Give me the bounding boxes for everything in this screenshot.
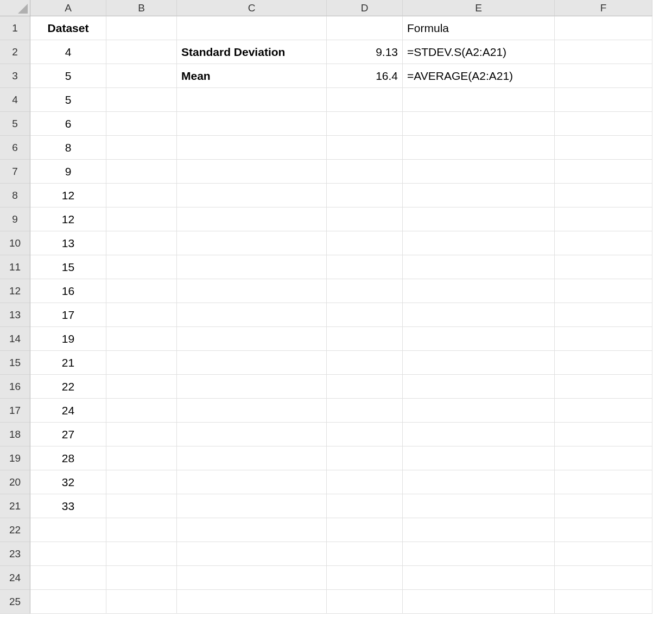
- cell-F3[interactable]: [555, 64, 652, 88]
- cell-E7[interactable]: [403, 160, 555, 184]
- cell-A14[interactable]: 19: [30, 327, 106, 351]
- cell-A8[interactable]: 12: [30, 184, 106, 207]
- cell-C23[interactable]: [177, 542, 327, 566]
- cell-D24[interactable]: [327, 566, 403, 590]
- cell-C14[interactable]: [177, 327, 327, 351]
- row-header-7[interactable]: 7: [0, 160, 30, 184]
- cell-B7[interactable]: [106, 160, 177, 184]
- cell-A13[interactable]: 17: [30, 303, 106, 327]
- cell-D14[interactable]: [327, 327, 403, 351]
- cell-F7[interactable]: [555, 160, 652, 184]
- cell-B15[interactable]: [106, 351, 177, 375]
- cell-E1[interactable]: Formula: [403, 16, 555, 40]
- cell-A12[interactable]: 16: [30, 279, 106, 303]
- row-header-2[interactable]: 2: [0, 40, 30, 64]
- cell-A5[interactable]: 6: [30, 112, 106, 136]
- cell-B4[interactable]: [106, 88, 177, 112]
- row-header-19[interactable]: 19: [0, 446, 30, 470]
- cell-D5[interactable]: [327, 112, 403, 136]
- cell-E4[interactable]: [403, 88, 555, 112]
- row-header-15[interactable]: 15: [0, 351, 30, 375]
- cell-E16[interactable]: [403, 375, 555, 399]
- cell-F11[interactable]: [555, 255, 652, 279]
- cell-E21[interactable]: [403, 494, 555, 518]
- cell-D12[interactable]: [327, 279, 403, 303]
- cell-A24[interactable]: [30, 566, 106, 590]
- cell-C13[interactable]: [177, 303, 327, 327]
- cell-B9[interactable]: [106, 207, 177, 231]
- cell-C19[interactable]: [177, 446, 327, 470]
- cell-C25[interactable]: [177, 590, 327, 614]
- cell-C12[interactable]: [177, 279, 327, 303]
- row-header-9[interactable]: 9: [0, 207, 30, 231]
- row-header-16[interactable]: 16: [0, 375, 30, 399]
- cell-F15[interactable]: [555, 351, 652, 375]
- cell-A18[interactable]: 27: [30, 423, 106, 446]
- cell-B24[interactable]: [106, 566, 177, 590]
- cell-D23[interactable]: [327, 542, 403, 566]
- cell-F19[interactable]: [555, 446, 652, 470]
- cell-E18[interactable]: [403, 423, 555, 446]
- cell-E3[interactable]: =AVERAGE(A2:A21): [403, 64, 555, 88]
- cell-F10[interactable]: [555, 231, 652, 255]
- row-header-14[interactable]: 14: [0, 327, 30, 351]
- cell-A9[interactable]: 12: [30, 207, 106, 231]
- row-header-25[interactable]: 25: [0, 590, 30, 614]
- cell-C2[interactable]: Standard Deviation: [177, 40, 327, 64]
- row-header-17[interactable]: 17: [0, 399, 30, 423]
- cell-B22[interactable]: [106, 518, 177, 542]
- cell-B25[interactable]: [106, 590, 177, 614]
- cell-E9[interactable]: [403, 207, 555, 231]
- cell-B14[interactable]: [106, 327, 177, 351]
- cell-C18[interactable]: [177, 423, 327, 446]
- row-header-1[interactable]: 1: [0, 16, 30, 40]
- cell-F2[interactable]: [555, 40, 652, 64]
- cell-F12[interactable]: [555, 279, 652, 303]
- cell-F17[interactable]: [555, 399, 652, 423]
- col-header-E[interactable]: E: [403, 0, 555, 16]
- row-header-8[interactable]: 8: [0, 184, 30, 207]
- cell-A16[interactable]: 22: [30, 375, 106, 399]
- row-header-13[interactable]: 13: [0, 303, 30, 327]
- cell-D19[interactable]: [327, 446, 403, 470]
- cell-B16[interactable]: [106, 375, 177, 399]
- col-header-F[interactable]: F: [555, 0, 652, 16]
- cell-B18[interactable]: [106, 423, 177, 446]
- cell-A3[interactable]: 5: [30, 64, 106, 88]
- cell-C11[interactable]: [177, 255, 327, 279]
- cell-A19[interactable]: 28: [30, 446, 106, 470]
- cell-B12[interactable]: [106, 279, 177, 303]
- cell-E6[interactable]: [403, 136, 555, 160]
- row-header-20[interactable]: 20: [0, 470, 30, 494]
- cell-E17[interactable]: [403, 399, 555, 423]
- cell-C4[interactable]: [177, 88, 327, 112]
- cell-E5[interactable]: [403, 112, 555, 136]
- cell-D3[interactable]: 16.4: [327, 64, 403, 88]
- cell-E14[interactable]: [403, 327, 555, 351]
- cell-A25[interactable]: [30, 590, 106, 614]
- cell-B23[interactable]: [106, 542, 177, 566]
- cell-F24[interactable]: [555, 566, 652, 590]
- col-header-D[interactable]: D: [327, 0, 403, 16]
- cell-C1[interactable]: [177, 16, 327, 40]
- cell-B5[interactable]: [106, 112, 177, 136]
- cell-B11[interactable]: [106, 255, 177, 279]
- cell-D17[interactable]: [327, 399, 403, 423]
- cell-A2[interactable]: 4: [30, 40, 106, 64]
- row-header-6[interactable]: 6: [0, 136, 30, 160]
- row-header-5[interactable]: 5: [0, 112, 30, 136]
- cell-C24[interactable]: [177, 566, 327, 590]
- col-header-A[interactable]: A: [30, 0, 106, 16]
- cell-C15[interactable]: [177, 351, 327, 375]
- cell-D1[interactable]: [327, 16, 403, 40]
- cell-F20[interactable]: [555, 470, 652, 494]
- select-all-corner[interactable]: [0, 0, 30, 16]
- cell-F13[interactable]: [555, 303, 652, 327]
- cell-A11[interactable]: 15: [30, 255, 106, 279]
- cell-F1[interactable]: [555, 16, 652, 40]
- cell-F4[interactable]: [555, 88, 652, 112]
- cell-F25[interactable]: [555, 590, 652, 614]
- cell-B1[interactable]: [106, 16, 177, 40]
- cell-E15[interactable]: [403, 351, 555, 375]
- cell-C9[interactable]: [177, 207, 327, 231]
